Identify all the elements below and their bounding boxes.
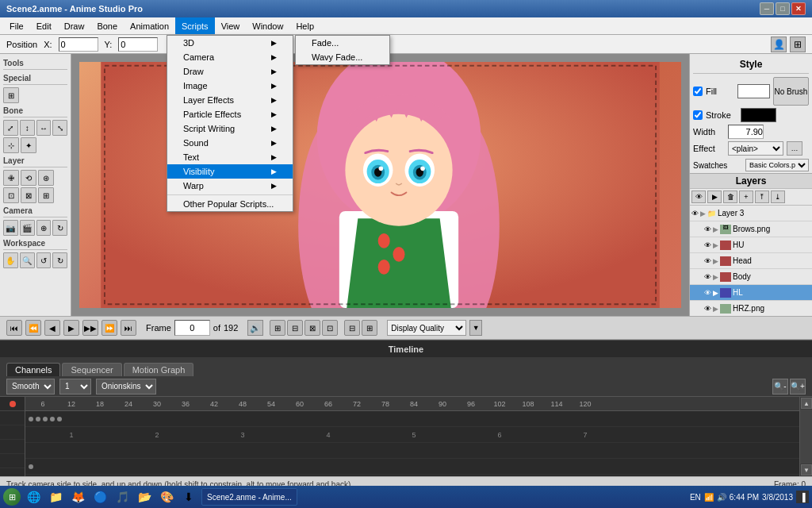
view-mode-2[interactable]: ⊟ (287, 320, 303, 336)
close-button[interactable]: ✕ (791, 2, 806, 15)
menu-layer-effects[interactable]: Layer Effects▶ (167, 93, 293, 107)
layers-tool-5[interactable]: ⤒ (755, 190, 769, 203)
tab-motion-graph[interactable]: Motion Graph (124, 363, 194, 376)
hl-expand[interactable]: ▶ (713, 289, 718, 297)
zoom-in-btn[interactable]: 🔍+ (790, 379, 806, 394)
hrz-expand[interactable]: ▶ (713, 305, 718, 313)
tool-special-1[interactable]: ⊞ (3, 87, 19, 103)
frame-input[interactable] (174, 320, 210, 336)
hrz-eye[interactable]: 👁 (704, 305, 711, 313)
quality-arrow[interactable]: ▼ (469, 320, 482, 336)
swatches-select[interactable]: Basic Colors.png (745, 159, 809, 171)
tool-bone-6[interactable]: ✦ (21, 137, 36, 153)
effect-options-btn[interactable]: … (787, 141, 802, 156)
menu-image[interactable]: Image▶ (167, 79, 293, 93)
layers-tool-3[interactable]: 🗑 (723, 190, 737, 203)
tool-bone-5[interactable]: ⊹ (3, 137, 19, 153)
layer3-eye[interactable]: 👁 (691, 210, 699, 217)
brows-expand[interactable]: ▶ (713, 225, 718, 233)
profile-icon[interactable]: 👤 (771, 37, 787, 52)
tool-bone-4[interactable]: ⤡ (52, 120, 67, 136)
tool-ws-1[interactable]: ✋ (3, 252, 18, 268)
hu-eye[interactable]: 👁 (704, 241, 711, 249)
menu-help[interactable]: Help (289, 17, 320, 34)
tool-ws-2[interactable]: 🔍 (20, 252, 35, 268)
prev-button[interactable]: ◀ (44, 320, 60, 336)
skip-start-button[interactable]: ⏮ (6, 320, 22, 336)
menu-file[interactable]: File (3, 17, 30, 34)
taskbar-explorer[interactable]: 📁 (46, 487, 65, 506)
menu-scripts[interactable]: Scripts (175, 17, 215, 34)
view-mode-4[interactable]: ⊡ (322, 320, 338, 336)
menu-text[interactable]: Text▶ (167, 150, 293, 164)
minimize-button[interactable]: ─ (760, 2, 774, 15)
audio-button[interactable]: 🔊 (247, 320, 263, 336)
active-window-task[interactable]: Scene2.anme - Anime... (201, 488, 297, 506)
taskbar-chrome[interactable]: 🔵 (90, 487, 109, 506)
scroll-down[interactable]: ▼ (801, 464, 812, 475)
menu-warp[interactable]: Warp▶ (167, 179, 293, 193)
layers-tool-4[interactable]: + (739, 190, 753, 203)
tool-layer-1[interactable]: ✙ (3, 170, 19, 186)
layers-tool-1[interactable]: 👁 (691, 190, 706, 203)
show-desktop-btn[interactable]: ▐ (796, 491, 809, 503)
menu-edit[interactable]: Edit (30, 17, 58, 34)
menu-view[interactable]: View (215, 17, 247, 34)
menu-fade[interactable]: Fade... (296, 36, 389, 50)
menu-other-popular-scripts[interactable]: Other Popular Scripts... (167, 197, 293, 211)
body-eye[interactable]: 👁 (704, 273, 711, 281)
prev-frame-button[interactable]: ⏪ (25, 320, 41, 336)
view-mode-3[interactable]: ⊠ (304, 320, 320, 336)
stroke-checkbox[interactable] (693, 110, 703, 120)
width-input[interactable] (728, 125, 764, 139)
menu-sound[interactable]: Sound▶ (167, 136, 293, 150)
menu-animation[interactable]: Animation (124, 17, 175, 34)
layer-item-layer3[interactable]: 👁 ▶ 📁 Layer 3 (690, 206, 812, 221)
layer-item-head[interactable]: 👁 ▶ Head (690, 253, 812, 269)
tool-layer-5[interactable]: ⊠ (21, 187, 36, 203)
tab-sequencer[interactable]: Sequencer (62, 363, 121, 376)
maximize-button[interactable]: □ (776, 2, 790, 15)
taskbar-ie[interactable]: 🌐 (24, 487, 43, 506)
layer-item-brows[interactable]: 👁 ▶ 🖼 Brows.png (690, 221, 812, 237)
menu-window[interactable]: Window (246, 17, 289, 34)
scroll-up[interactable]: ▲ (801, 398, 812, 409)
zoom-out-btn[interactable]: 🔍- (772, 379, 788, 394)
fill-checkbox[interactable] (693, 87, 703, 96)
tool-ws-4[interactable]: ↻ (52, 252, 67, 268)
tool-camera-2[interactable]: 🎬 (20, 220, 35, 236)
tool-layer-6[interactable]: ⊞ (38, 187, 54, 203)
tool-layer-4[interactable]: ⊡ (3, 187, 19, 203)
head-expand[interactable]: ▶ (713, 257, 718, 265)
no-brush-button[interactable]: No Brush (773, 77, 809, 106)
menu-bone[interactable]: Bone (90, 17, 124, 34)
fullscreen-btn[interactable]: ⊞ (362, 320, 377, 336)
next-button[interactable]: ▶▶ (82, 320, 98, 336)
effect-select[interactable]: <plain> (728, 141, 783, 156)
menu-3d[interactable]: 3D▶ (167, 36, 293, 50)
tool-layer-3[interactable]: ⊛ (38, 170, 54, 186)
skip-end-button[interactable]: ⏭ (121, 320, 136, 336)
hu-expand[interactable]: ▶ (713, 241, 718, 249)
menu-wavy-fade[interactable]: Wavy Fade... (296, 50, 389, 64)
layer3-expand[interactable]: ▶ (700, 210, 706, 217)
hl-eye[interactable]: 👁 (704, 289, 711, 297)
taskbar-paint[interactable]: 🎨 (157, 487, 176, 506)
layer-item-hl[interactable]: 👁 ▶ HL (690, 285, 812, 301)
layer-item-hrz[interactable]: 👁 ▶ HRZ.png (690, 301, 812, 316)
menu-draw[interactable]: Draw▶ (167, 64, 293, 79)
aspect-btn[interactable]: ⊟ (344, 320, 360, 336)
taskbar-itunes[interactable]: 🎵 (113, 487, 132, 506)
onionskins-select[interactable]: Onionskins (96, 379, 156, 394)
menu-camera[interactable]: Camera▶ (167, 50, 293, 64)
taskbar-folder[interactable]: 📂 (135, 487, 154, 506)
play-button[interactable]: ▶ (63, 320, 79, 336)
layer-item-hu[interactable]: 👁 ▶ HU (690, 237, 812, 253)
menu-draw[interactable]: Draw (58, 17, 91, 34)
next-frame-button[interactable]: ⏩ (102, 320, 117, 336)
body-expand[interactable]: ▶ (713, 273, 718, 281)
head-eye[interactable]: 👁 (704, 257, 711, 265)
tool-camera-4[interactable]: ↻ (52, 220, 67, 236)
layers-tool-6[interactable]: ⤓ (771, 190, 785, 203)
tool-bone-1[interactable]: ⤢ (3, 120, 18, 136)
